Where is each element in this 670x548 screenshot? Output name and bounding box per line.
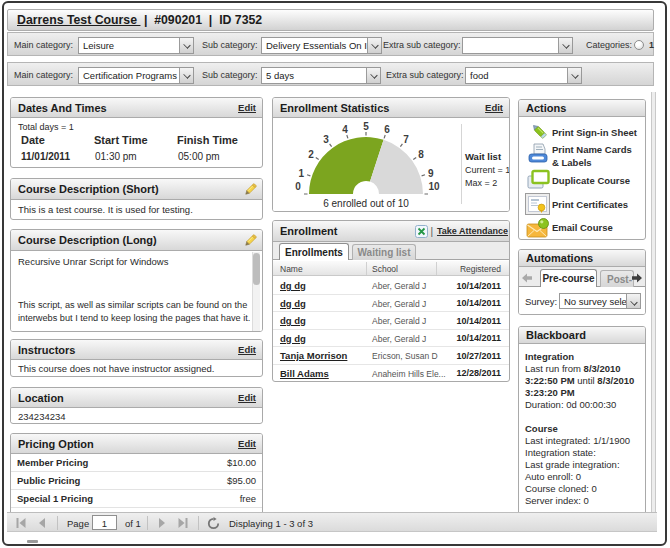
svg-text:9: 9 [428, 168, 434, 179]
svg-text:6: 6 [384, 124, 390, 135]
svg-text:2: 2 [308, 149, 314, 160]
svg-text:1: 1 [299, 168, 305, 179]
svg-text:8: 8 [418, 149, 424, 160]
svg-text:4: 4 [342, 124, 348, 135]
svg-text:5: 5 [363, 121, 369, 132]
svg-text:10: 10 [428, 181, 440, 192]
svg-text:7: 7 [403, 134, 409, 145]
svg-text:0: 0 [295, 181, 301, 192]
svg-text:3: 3 [323, 134, 329, 145]
